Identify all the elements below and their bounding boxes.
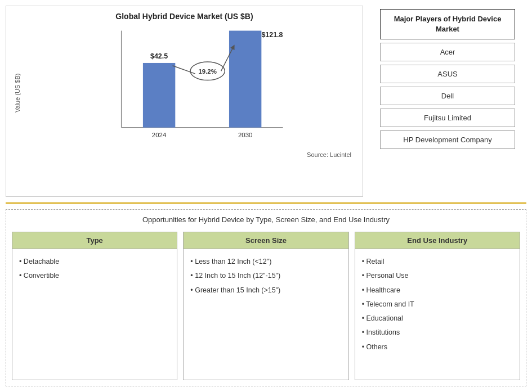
type-header: Type <box>12 232 177 249</box>
opportunities-title: Opportunities for Hybrid Device by Type,… <box>12 215 520 227</box>
type-item-1: • Convertible <box>19 269 170 283</box>
bar-chart-svg: $42.5 2024 $121.8 2030 19.2% <box>26 25 357 149</box>
svg-rect-2 <box>143 63 175 128</box>
player-dell: Dell <box>380 87 515 105</box>
screen-item-2: • Greater than 15 Inch (>15") <box>190 283 341 298</box>
section-divider <box>6 202 526 204</box>
end-use-body: • Retail • Personal Use • Healthcare • T… <box>355 249 520 380</box>
chart-inner: Value (US $B) $42.5 2024 <box>12 25 357 160</box>
players-title: Major Players of Hybrid Device Market <box>380 9 515 39</box>
player-fujitsu: Fujitsu Limited <box>380 109 515 127</box>
top-section: Global Hybrid Device Market (US $B) Valu… <box>6 6 526 197</box>
end-use-item-1: • Personal Use <box>362 269 513 283</box>
chart-plot: $42.5 2024 $121.8 2030 19.2% <box>26 25 357 160</box>
screen-size-header: Screen Size <box>183 232 348 249</box>
player-acer: Acer <box>380 43 515 61</box>
end-use-column: End Use Industry • Retail • Personal Use… <box>355 232 520 380</box>
screen-size-column: Screen Size • Less than 12 Inch (<12") •… <box>183 232 348 380</box>
svg-text:$42.5: $42.5 <box>150 52 168 60</box>
end-use-item-6: • Others <box>362 340 513 354</box>
end-use-header: End Use Industry <box>355 232 520 249</box>
y-axis-label: Value (US $B) <box>12 25 23 160</box>
type-item-0: • Detachable <box>19 255 170 269</box>
screen-size-body: • Less than 12 Inch (<12") • 12 Inch to … <box>183 249 348 380</box>
end-use-item-0: • Retail <box>362 255 513 269</box>
end-use-item-5: • Institutions <box>362 326 513 340</box>
end-use-item-3: • Telecom and IT <box>362 298 513 312</box>
player-asus: ASUS <box>380 65 515 83</box>
end-use-item-2: • Healthcare <box>362 283 513 298</box>
players-panel: Major Players of Hybrid Device Market Ac… <box>369 6 526 197</box>
chart-title: Global Hybrid Device Market (US $B) <box>12 12 357 21</box>
svg-text:19.2%: 19.2% <box>198 68 217 75</box>
chart-area: Global Hybrid Device Market (US $B) Valu… <box>6 6 363 197</box>
source-label: Source: Lucintel <box>26 151 357 158</box>
main-container: Global Hybrid Device Market (US $B) Valu… <box>0 0 532 392</box>
end-use-item-4: • Educational <box>362 312 513 326</box>
bottom-section: Opportunities for Hybrid Device by Type,… <box>6 209 526 386</box>
screen-item-0: • Less than 12 Inch (<12") <box>190 255 341 269</box>
columns-container: Type • Detachable • Convertible Screen S… <box>12 232 520 380</box>
svg-rect-5 <box>229 31 261 128</box>
type-column: Type • Detachable • Convertible <box>12 232 177 380</box>
player-hp: HP Development Company <box>380 130 515 149</box>
svg-text:2024: 2024 <box>152 132 167 138</box>
svg-text:2030: 2030 <box>238 132 253 138</box>
screen-item-1: • 12 Inch to 15 Inch (12"-15") <box>190 269 341 283</box>
svg-text:$121.8: $121.8 <box>261 31 283 39</box>
type-body: • Detachable • Convertible <box>12 249 177 380</box>
